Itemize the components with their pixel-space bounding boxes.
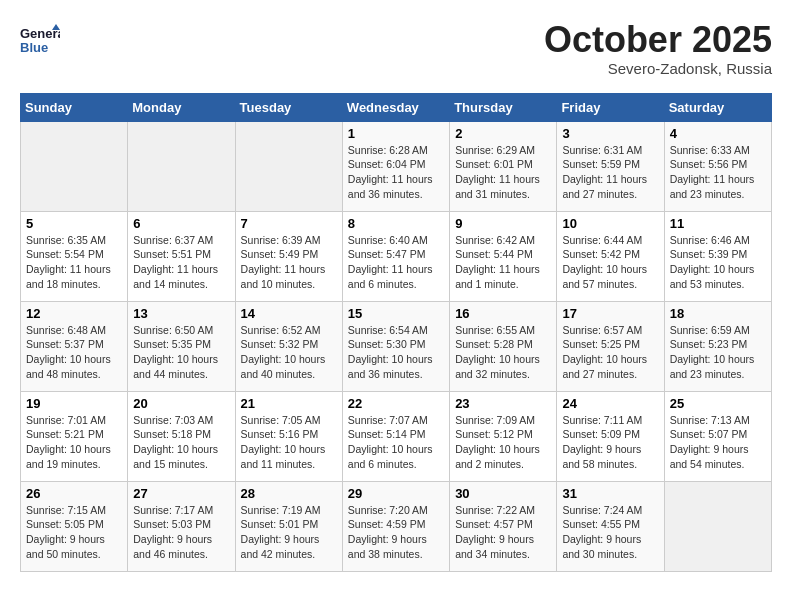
calendar-cell: 10Sunrise: 6:44 AM Sunset: 5:42 PM Dayli… bbox=[557, 211, 664, 301]
day-info: Sunrise: 6:31 AM Sunset: 5:59 PM Dayligh… bbox=[562, 143, 658, 202]
calendar-cell: 9Sunrise: 6:42 AM Sunset: 5:44 PM Daylig… bbox=[450, 211, 557, 301]
calendar-cell: 22Sunrise: 7:07 AM Sunset: 5:14 PM Dayli… bbox=[342, 391, 449, 481]
day-number: 20 bbox=[133, 396, 229, 411]
day-info: Sunrise: 7:17 AM Sunset: 5:03 PM Dayligh… bbox=[133, 503, 229, 562]
day-number: 19 bbox=[26, 396, 122, 411]
week-row-3: 12Sunrise: 6:48 AM Sunset: 5:37 PM Dayli… bbox=[21, 301, 772, 391]
calendar-cell: 4Sunrise: 6:33 AM Sunset: 5:56 PM Daylig… bbox=[664, 121, 771, 211]
day-info: Sunrise: 6:55 AM Sunset: 5:28 PM Dayligh… bbox=[455, 323, 551, 382]
weekday-header-friday: Friday bbox=[557, 93, 664, 121]
calendar-cell: 29Sunrise: 7:20 AM Sunset: 4:59 PM Dayli… bbox=[342, 481, 449, 571]
page-header: General Blue October 2025 Severo-Zadonsk… bbox=[20, 20, 772, 77]
day-number: 24 bbox=[562, 396, 658, 411]
day-number: 14 bbox=[241, 306, 337, 321]
day-info: Sunrise: 6:40 AM Sunset: 5:47 PM Dayligh… bbox=[348, 233, 444, 292]
calendar-cell: 17Sunrise: 6:57 AM Sunset: 5:25 PM Dayli… bbox=[557, 301, 664, 391]
day-info: Sunrise: 6:50 AM Sunset: 5:35 PM Dayligh… bbox=[133, 323, 229, 382]
calendar-cell: 2Sunrise: 6:29 AM Sunset: 6:01 PM Daylig… bbox=[450, 121, 557, 211]
calendar-cell: 11Sunrise: 6:46 AM Sunset: 5:39 PM Dayli… bbox=[664, 211, 771, 301]
weekday-header-monday: Monday bbox=[128, 93, 235, 121]
day-number: 22 bbox=[348, 396, 444, 411]
day-number: 23 bbox=[455, 396, 551, 411]
day-info: Sunrise: 7:20 AM Sunset: 4:59 PM Dayligh… bbox=[348, 503, 444, 562]
calendar-cell: 20Sunrise: 7:03 AM Sunset: 5:18 PM Dayli… bbox=[128, 391, 235, 481]
calendar-cell: 23Sunrise: 7:09 AM Sunset: 5:12 PM Dayli… bbox=[450, 391, 557, 481]
day-info: Sunrise: 6:54 AM Sunset: 5:30 PM Dayligh… bbox=[348, 323, 444, 382]
day-info: Sunrise: 7:11 AM Sunset: 5:09 PM Dayligh… bbox=[562, 413, 658, 472]
day-info: Sunrise: 6:44 AM Sunset: 5:42 PM Dayligh… bbox=[562, 233, 658, 292]
calendar-cell: 3Sunrise: 6:31 AM Sunset: 5:59 PM Daylig… bbox=[557, 121, 664, 211]
day-info: Sunrise: 6:42 AM Sunset: 5:44 PM Dayligh… bbox=[455, 233, 551, 292]
day-number: 18 bbox=[670, 306, 766, 321]
day-info: Sunrise: 7:19 AM Sunset: 5:01 PM Dayligh… bbox=[241, 503, 337, 562]
day-info: Sunrise: 7:09 AM Sunset: 5:12 PM Dayligh… bbox=[455, 413, 551, 472]
day-number: 31 bbox=[562, 486, 658, 501]
calendar-cell: 30Sunrise: 7:22 AM Sunset: 4:57 PM Dayli… bbox=[450, 481, 557, 571]
day-number: 11 bbox=[670, 216, 766, 231]
logo: General Blue bbox=[20, 20, 66, 60]
day-number: 26 bbox=[26, 486, 122, 501]
day-number: 17 bbox=[562, 306, 658, 321]
weekday-header-sunday: Sunday bbox=[21, 93, 128, 121]
day-info: Sunrise: 6:59 AM Sunset: 5:23 PM Dayligh… bbox=[670, 323, 766, 382]
day-info: Sunrise: 6:39 AM Sunset: 5:49 PM Dayligh… bbox=[241, 233, 337, 292]
svg-text:Blue: Blue bbox=[20, 40, 48, 55]
calendar-cell bbox=[21, 121, 128, 211]
calendar-table: SundayMondayTuesdayWednesdayThursdayFrid… bbox=[20, 93, 772, 572]
day-info: Sunrise: 6:37 AM Sunset: 5:51 PM Dayligh… bbox=[133, 233, 229, 292]
day-info: Sunrise: 6:57 AM Sunset: 5:25 PM Dayligh… bbox=[562, 323, 658, 382]
day-number: 27 bbox=[133, 486, 229, 501]
logo-icon: General Blue bbox=[20, 20, 60, 60]
day-number: 10 bbox=[562, 216, 658, 231]
day-info: Sunrise: 6:48 AM Sunset: 5:37 PM Dayligh… bbox=[26, 323, 122, 382]
day-info: Sunrise: 7:05 AM Sunset: 5:16 PM Dayligh… bbox=[241, 413, 337, 472]
calendar-cell: 27Sunrise: 7:17 AM Sunset: 5:03 PM Dayli… bbox=[128, 481, 235, 571]
day-info: Sunrise: 6:29 AM Sunset: 6:01 PM Dayligh… bbox=[455, 143, 551, 202]
day-info: Sunrise: 6:46 AM Sunset: 5:39 PM Dayligh… bbox=[670, 233, 766, 292]
day-info: Sunrise: 7:13 AM Sunset: 5:07 PM Dayligh… bbox=[670, 413, 766, 472]
calendar-cell: 18Sunrise: 6:59 AM Sunset: 5:23 PM Dayli… bbox=[664, 301, 771, 391]
weekday-header-tuesday: Tuesday bbox=[235, 93, 342, 121]
day-number: 6 bbox=[133, 216, 229, 231]
calendar-cell: 26Sunrise: 7:15 AM Sunset: 5:05 PM Dayli… bbox=[21, 481, 128, 571]
day-number: 15 bbox=[348, 306, 444, 321]
calendar-cell: 28Sunrise: 7:19 AM Sunset: 5:01 PM Dayli… bbox=[235, 481, 342, 571]
day-number: 13 bbox=[133, 306, 229, 321]
calendar-cell: 24Sunrise: 7:11 AM Sunset: 5:09 PM Dayli… bbox=[557, 391, 664, 481]
weekday-header-row: SundayMondayTuesdayWednesdayThursdayFrid… bbox=[21, 93, 772, 121]
calendar-cell: 12Sunrise: 6:48 AM Sunset: 5:37 PM Dayli… bbox=[21, 301, 128, 391]
calendar-cell: 6Sunrise: 6:37 AM Sunset: 5:51 PM Daylig… bbox=[128, 211, 235, 301]
day-info: Sunrise: 7:01 AM Sunset: 5:21 PM Dayligh… bbox=[26, 413, 122, 472]
day-number: 9 bbox=[455, 216, 551, 231]
calendar-cell: 8Sunrise: 6:40 AM Sunset: 5:47 PM Daylig… bbox=[342, 211, 449, 301]
day-number: 4 bbox=[670, 126, 766, 141]
calendar-cell: 31Sunrise: 7:24 AM Sunset: 4:55 PM Dayli… bbox=[557, 481, 664, 571]
calendar-cell bbox=[128, 121, 235, 211]
calendar-cell: 15Sunrise: 6:54 AM Sunset: 5:30 PM Dayli… bbox=[342, 301, 449, 391]
day-number: 7 bbox=[241, 216, 337, 231]
day-info: Sunrise: 7:15 AM Sunset: 5:05 PM Dayligh… bbox=[26, 503, 122, 562]
day-number: 8 bbox=[348, 216, 444, 231]
month-title: October 2025 bbox=[544, 20, 772, 60]
day-info: Sunrise: 7:03 AM Sunset: 5:18 PM Dayligh… bbox=[133, 413, 229, 472]
location: Severo-Zadonsk, Russia bbox=[544, 60, 772, 77]
title-block: October 2025 Severo-Zadonsk, Russia bbox=[544, 20, 772, 77]
week-row-1: 1Sunrise: 6:28 AM Sunset: 6:04 PM Daylig… bbox=[21, 121, 772, 211]
weekday-header-saturday: Saturday bbox=[664, 93, 771, 121]
calendar-cell: 5Sunrise: 6:35 AM Sunset: 5:54 PM Daylig… bbox=[21, 211, 128, 301]
day-info: Sunrise: 6:52 AM Sunset: 5:32 PM Dayligh… bbox=[241, 323, 337, 382]
calendar-cell: 19Sunrise: 7:01 AM Sunset: 5:21 PM Dayli… bbox=[21, 391, 128, 481]
day-info: Sunrise: 7:22 AM Sunset: 4:57 PM Dayligh… bbox=[455, 503, 551, 562]
day-info: Sunrise: 6:35 AM Sunset: 5:54 PM Dayligh… bbox=[26, 233, 122, 292]
day-info: Sunrise: 7:24 AM Sunset: 4:55 PM Dayligh… bbox=[562, 503, 658, 562]
day-number: 30 bbox=[455, 486, 551, 501]
calendar-cell bbox=[235, 121, 342, 211]
day-number: 29 bbox=[348, 486, 444, 501]
calendar-cell: 7Sunrise: 6:39 AM Sunset: 5:49 PM Daylig… bbox=[235, 211, 342, 301]
day-info: Sunrise: 6:33 AM Sunset: 5:56 PM Dayligh… bbox=[670, 143, 766, 202]
day-number: 3 bbox=[562, 126, 658, 141]
day-number: 21 bbox=[241, 396, 337, 411]
day-number: 2 bbox=[455, 126, 551, 141]
calendar-cell: 13Sunrise: 6:50 AM Sunset: 5:35 PM Dayli… bbox=[128, 301, 235, 391]
day-info: Sunrise: 7:07 AM Sunset: 5:14 PM Dayligh… bbox=[348, 413, 444, 472]
